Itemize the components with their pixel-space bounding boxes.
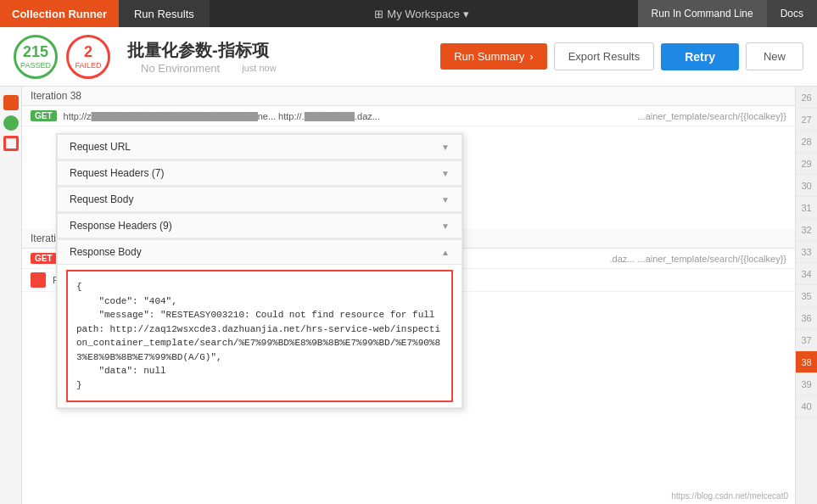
- num-34: 34: [796, 263, 817, 285]
- run-summary-arrow-icon: ›: [529, 50, 533, 63]
- workspace-dropdown-icon: ▾: [463, 8, 469, 20]
- num-40: 40: [796, 395, 817, 417]
- run-command-line-button[interactable]: Run In Command Line: [638, 0, 767, 27]
- num-27: 27: [796, 109, 817, 131]
- run-summary-button[interactable]: Run Summary ›: [440, 43, 546, 70]
- watermark: https://blog.csdn.net/meicecat0: [671, 491, 788, 501]
- retry-button[interactable]: Retry: [661, 43, 739, 70]
- num-32: 32: [796, 219, 817, 241]
- passed-stat: 215 PASSED: [14, 35, 58, 79]
- run-results-tab[interactable]: Run Results: [119, 0, 210, 27]
- main-content: Iteration 38 GET http://z████ ███ ██████…: [0, 87, 817, 504]
- request-url-chevron-icon: ▼: [441, 143, 450, 152]
- passed-count: 215: [23, 43, 48, 61]
- num-35: 35: [796, 285, 817, 307]
- new-button[interactable]: New: [746, 42, 803, 70]
- request-url-38: http://z████ ███ ███████ ██████ne... htt…: [64, 111, 631, 121]
- request-headers-section: Request Headers (7) ▼: [57, 160, 462, 187]
- export-results-button[interactable]: Export Results: [554, 42, 655, 70]
- num-33: 33: [796, 241, 817, 263]
- failed-label: FAILED: [75, 61, 101, 70]
- request-url-section: Request URL ▼: [57, 134, 462, 160]
- response-body-content: { "code": "404", "message": "RESTEASY003…: [66, 270, 453, 402]
- number-panel: 26 27 28 29 30 31 32 33 34 35 36 37 38 3…: [795, 87, 817, 504]
- get-badge-38: GET: [31, 110, 57, 121]
- run-summary-label: Run Summary: [454, 50, 524, 63]
- request-headers-header[interactable]: Request Headers (7) ▼: [58, 161, 462, 186]
- run-results-label: Run Results: [134, 8, 194, 20]
- timestamp: just now: [242, 63, 276, 73]
- new-label: New: [764, 50, 786, 63]
- cmd-label: Run In Command Line: [652, 8, 753, 20]
- brand-logo[interactable]: Collection Runner: [0, 0, 119, 27]
- content-area: Iteration 38 GET http://z████ ███ ██████…: [22, 87, 795, 504]
- response-body-header[interactable]: Response Body ▲: [58, 240, 462, 265]
- num-30: 30: [796, 175, 817, 197]
- popup-dropdown: Request URL ▼ Request Headers (7) ▼ Requ…: [56, 133, 463, 409]
- response-body-section: Response Body ▲ { "code": "404", "messag…: [57, 239, 462, 408]
- failed-indicator-47: [31, 272, 46, 288]
- failed-count: 2: [84, 43, 92, 61]
- response-body-chevron-icon: ▲: [441, 248, 450, 257]
- get-badge-47: GET: [31, 253, 57, 264]
- response-headers-section: Response Headers (9) ▼: [57, 213, 462, 239]
- collection-info: 批量化参数-指标项 No Environment just now: [127, 39, 440, 75]
- num-39: 39: [796, 373, 817, 395]
- num-29: 29: [796, 153, 817, 175]
- request-body-section: Request Body ▼: [57, 187, 462, 213]
- workspace-selector[interactable]: ⊞ My Workspace ▾: [210, 8, 638, 20]
- header-bar: 215 PASSED 2 FAILED 批量化参数-指标项 No Environ…: [0, 27, 817, 87]
- num-36: 36: [796, 307, 817, 329]
- retry-label: Retry: [685, 50, 715, 64]
- collection-title: 批量化参数-指标项: [127, 39, 440, 62]
- request-body-chevron-icon: ▼: [441, 195, 450, 204]
- workspace-label: My Workspace: [387, 8, 460, 20]
- request-url-header[interactable]: Request URL ▼: [58, 135, 462, 160]
- request-body-header[interactable]: Request Body ▼: [58, 188, 462, 212]
- template-path-47: .daz... ...ainer_template/search/{{local…: [609, 254, 786, 264]
- response-headers-header[interactable]: Response Headers (9) ▼: [58, 214, 462, 238]
- response-headers-label: Response Headers (9): [70, 220, 172, 232]
- workspace-icon: ⊞: [374, 8, 383, 20]
- num-37: 37: [796, 329, 817, 351]
- response-headers-chevron-icon: ▼: [441, 221, 450, 231]
- left-icon-panel: [0, 87, 22, 504]
- num-28: 28: [796, 131, 817, 153]
- left-icon-red[interactable]: [3, 136, 19, 151]
- num-38-active[interactable]: 38: [796, 351, 817, 373]
- iteration-38-request-row[interactable]: GET http://z████ ███ ███████ ██████ne...…: [22, 106, 795, 126]
- num-26: 26: [796, 87, 817, 109]
- num-31: 31: [796, 197, 817, 219]
- template-path-38: ...ainer_template/search/{{localkey}}: [637, 111, 786, 121]
- left-icon-green[interactable]: [3, 115, 19, 131]
- request-headers-label: Request Headers (7): [70, 167, 164, 179]
- failed-stat: 2 FAILED: [66, 35, 110, 79]
- iteration-38-label: Iteration 38: [31, 90, 81, 102]
- environment-label: No Environment: [141, 62, 220, 75]
- left-icon-orange[interactable]: [3, 95, 19, 110]
- top-nav: Collection Runner Run Results ⊞ My Works…: [0, 0, 817, 27]
- docs-label: Docs: [781, 8, 803, 20]
- docs-button[interactable]: Docs: [767, 0, 817, 27]
- response-body-label: Response Body: [70, 246, 142, 258]
- request-url-label: Request URL: [70, 141, 131, 153]
- iteration-38-header: Iteration 38: [22, 87, 795, 106]
- request-body-label: Request Body: [70, 193, 133, 205]
- right-actions: Run In Command Line Docs: [638, 0, 817, 27]
- passed-label: PASSED: [20, 61, 51, 70]
- request-headers-chevron-icon: ▼: [441, 169, 450, 178]
- export-label: Export Results: [568, 50, 641, 63]
- brand-label: Collection Runner: [12, 8, 107, 20]
